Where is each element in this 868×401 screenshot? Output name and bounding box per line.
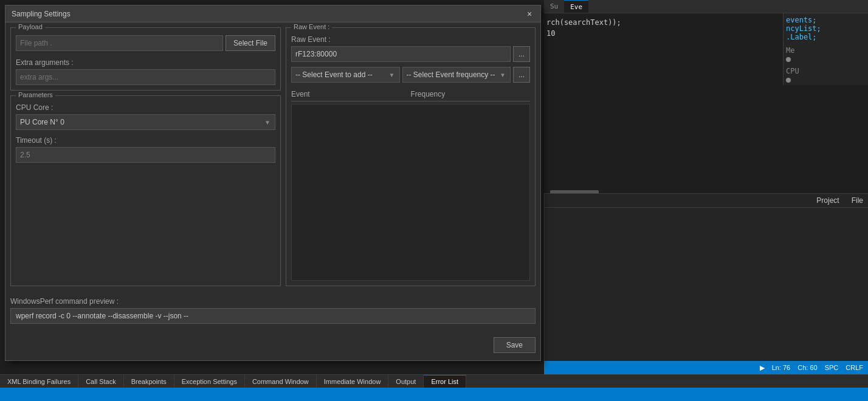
raw-event-section: Raw Event : Raw Event : ... -- Select Ev… [286,27,536,286]
select-file-button[interactable]: Select File [226,35,275,51]
bottom-tabs-bar: XML Binding Failures Call Stack Breakpoi… [0,374,868,388]
select-frequency-wrapper: -- Select Event frequency -- [402,67,511,83]
file-col-label: File [852,196,863,205]
tab-command-window[interactable]: Command Window [245,375,317,388]
payload-legend: Payload [16,23,45,30]
save-button[interactable]: Save [494,337,536,353]
event-col-header: Event [291,90,411,98]
bottom-right-panel: Project File [544,193,868,361]
raw-event-legend: Raw Event : [291,23,332,30]
extra-args-label-text: Extra arguments : [16,58,275,67]
tab-xml-binding[interactable]: XML Binding Failures [0,375,78,388]
select-event-wrapper: -- Select Event to add -- [291,67,400,83]
frequency-col-header: Frequency [411,90,531,98]
right-tabs: Su Eve [544,0,868,13]
extra-args-section: Extra arguments : [16,58,275,85]
select-frequency-dropdown[interactable]: -- Select Event frequency -- [402,67,511,83]
timeout-label-text: Timeout (s) : [16,136,275,145]
tab-immediate-window[interactable]: Immediate Window [317,375,389,388]
tab-call-stack[interactable]: Call Stack [78,375,124,388]
cpu-core-select[interactable]: PU Core N° 0 [16,114,275,130]
tab-exception-settings[interactable]: Exception Settings [174,375,245,388]
status-bar [0,388,868,401]
tab-breakpoints[interactable]: Breakpoints [124,375,174,388]
editor-spc: SPC [825,364,839,371]
project-col-label: Project [816,196,839,205]
right-cpu-label: CPU [786,67,866,75]
right-cpu-dot [786,57,791,62]
sampling-settings-dialog: Sampling Settings × Payload Select File … [5,5,541,361]
raw-event-input[interactable] [291,46,511,62]
command-preview-section: WindowsPerf command preview : wperf reco… [10,295,536,326]
extra-args-input[interactable] [16,69,275,85]
event-dropdowns-row: -- Select Event to add -- -- Select Even… [291,67,530,83]
right-cpu-dot2 [786,78,791,83]
dialog-titlebar: Sampling Settings × [5,5,540,22]
editor-status-bar: ▶ Ln: 76 Ch: 60 SPC CRLF [544,361,868,374]
select-event-dropdown[interactable]: -- Select Event to add -- [291,67,400,83]
editor-crlf: CRLF [846,364,863,371]
tab-error-list[interactable]: Error List [424,375,466,388]
file-path-input[interactable] [16,35,223,51]
file-path-row: Select File [16,35,275,51]
event-table-body[interactable] [291,104,530,281]
command-preview-value: wperf record -c 0 --annotate --disassemb… [10,308,536,324]
right-cpu-row [786,57,866,62]
right-extra-label: Me [786,46,866,55]
cpu-core-select-wrapper: PU Core N° 0 [16,114,275,130]
right-item-3: .Label; [786,33,866,41]
timeout-input[interactable] [16,147,275,163]
dialog-bottom-row: Save [10,335,536,355]
dialog-body: Payload Select File Extra arguments : Pa… [5,22,540,360]
bottom-right-header: Project File [545,194,868,208]
cpu-core-label: CPU Core : [16,103,275,112]
command-preview-label: WindowsPerf command preview : [10,297,536,306]
tab-su[interactable]: Su [544,0,564,13]
event-add-button[interactable]: ... [513,67,530,83]
editor-ln: Ln: 76 [772,364,791,371]
raw-event-input-row: ... [291,46,530,62]
right-items-panel: events; ncyList; .Label; Me CPU [783,13,868,85]
parameters-section: Parameters CPU Core : PU Core N° 0 Timeo… [10,95,281,286]
right-item-2: ncyList; [786,24,866,33]
code-editor-panel: Su Eve rch(searchText)); 10 events; ncyL… [544,0,868,194]
dialog-title-text: Sampling Settings [12,10,71,18]
left-column: Payload Select File Extra arguments : Pa… [10,27,281,286]
parameters-legend: Parameters [16,91,55,98]
tab-eve[interactable]: Eve [564,0,588,13]
event-table-header: Event Frequency [291,87,530,101]
tab-output[interactable]: Output [388,375,424,388]
dialog-close-button[interactable]: × [525,9,534,19]
right-item-1: events; [786,16,866,24]
raw-event-add-button[interactable]: ... [513,46,530,62]
payload-section: Payload Select File Extra arguments : [10,27,281,91]
status-expand-icon[interactable]: ▶ [760,364,765,372]
dialog-top-row: Payload Select File Extra arguments : Pa… [10,27,536,286]
editor-ch: Ch: 60 [797,364,817,371]
right-cpu-row2 [786,78,866,83]
raw-event-label-text: Raw Event : [291,35,530,44]
